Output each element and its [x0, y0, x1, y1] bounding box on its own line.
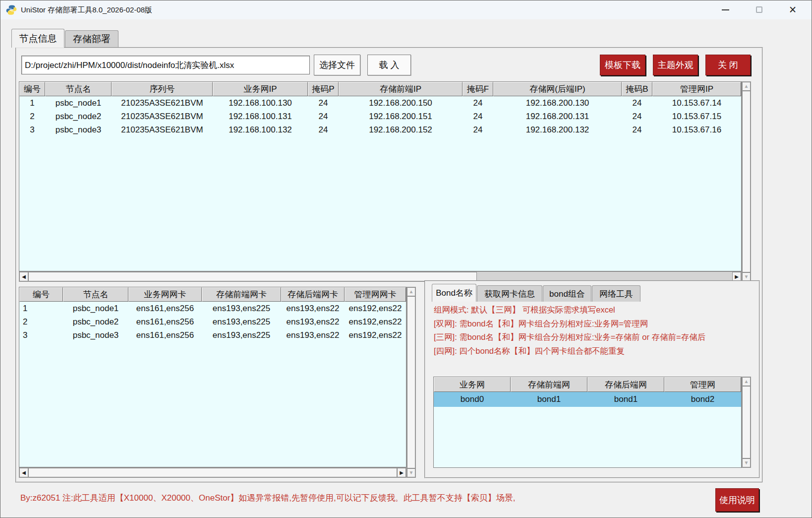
nic-table-cell: 2 — [19, 315, 63, 328]
node-table-cell: 210235A3SE621BVM — [112, 110, 213, 123]
nic-table-cell: ens161,ens256 — [128, 302, 202, 315]
select-file-button[interactable]: 选择文件 — [314, 55, 360, 75]
nic-table-row-3[interactable]: 3psbc_node3ens161,ens256ens193,ens225ens… — [19, 328, 406, 342]
template-download-button[interactable]: 模板下载 — [600, 55, 645, 75]
nic-table-header-1[interactable]: 编号 — [19, 287, 63, 302]
file-path-input[interactable] — [21, 56, 310, 74]
vscroll-thumb[interactable] — [742, 386, 751, 458]
maximize-button[interactable] — [747, 0, 771, 19]
node-table-cell: psbc_node3 — [45, 123, 112, 136]
node-table-cell: 24 — [463, 110, 493, 123]
bond-table-vscrollbar: ▲ ▼ — [742, 377, 751, 468]
nic-table-cell: psbc_node1 — [63, 302, 128, 315]
tab-node-info[interactable]: 节点信息 — [11, 29, 64, 48]
close-window-button[interactable]: × — [781, 0, 805, 19]
node-table-header-1[interactable]: 编号 — [19, 82, 45, 96]
node-table-vscrollbar: ▲ ▼ — [742, 81, 751, 282]
nic-table-row-2[interactable]: 2psbc_node2ens161,ens256ens193,ens225ens… — [19, 315, 406, 328]
node-table-cell: 24 — [308, 123, 339, 136]
tab-get-nic-info[interactable]: 获取网卡信息 — [477, 285, 542, 302]
node-table-cell: 192.168.200.132 — [493, 123, 622, 136]
node-table-cell: 10.153.67.16 — [652, 123, 741, 136]
node-table-row-3[interactable]: 3psbc_node3210235A3SE621BVM192.168.100.1… — [19, 123, 741, 136]
node-table-cell: 192.168.200.151 — [339, 110, 463, 123]
node-table-cell: 24 — [463, 123, 493, 136]
minimize-button[interactable] — [713, 0, 737, 19]
nic-table-header-2[interactable]: 节点名 — [63, 287, 128, 302]
node-table-header-4[interactable]: 业务网IP — [213, 82, 308, 96]
bond-table-header-4[interactable]: 管理网 — [664, 377, 741, 392]
nic-table-header-6[interactable]: 管理网网卡 — [345, 287, 406, 302]
bond-panel: Bond名称 获取网卡信息 bond组合 网络工具 组网模式: 默认【三网】 可… — [424, 280, 760, 478]
scroll-up-button[interactable]: ▲ — [742, 377, 751, 386]
node-table-header-2[interactable]: 节点名 — [45, 82, 112, 96]
close-icon: × — [789, 3, 797, 16]
note-two-net: [双网]: 需bond名【和】网卡组合分别相对应:业务网=管理网 — [434, 317, 705, 331]
nic-table-hscrollbar: ◀ ▶ — [19, 467, 406, 478]
node-table-header-6[interactable]: 存储前端IP — [339, 82, 463, 96]
tab-bond-combo[interactable]: bond组合 — [543, 285, 591, 302]
node-table-cell: 192.168.200.152 — [339, 123, 463, 136]
bond-table-cell: bond1 — [587, 392, 664, 407]
nic-table-header-5[interactable]: 存储后端网卡 — [281, 287, 345, 302]
scroll-right-button[interactable]: ▶ — [397, 468, 406, 477]
load-button[interactable]: 载 入 — [367, 55, 411, 75]
bond-table-cell: bond2 — [664, 392, 741, 407]
nic-table-cell: ens192,ens22 — [345, 315, 406, 328]
theme-appearance-button[interactable]: 主题外观 — [653, 55, 698, 75]
nic-table-row-1[interactable]: 1psbc_node1ens161,ens256ens193,ens225ens… — [19, 302, 406, 315]
vscroll-thumb[interactable] — [407, 296, 415, 468]
nic-table-cell: 3 — [19, 328, 63, 342]
scroll-down-button[interactable]: ▼ — [407, 468, 415, 477]
nic-table-cell: psbc_node3 — [63, 328, 128, 342]
nic-table-header-3[interactable]: 业务网网卡 — [128, 287, 202, 302]
hscroll-thumb[interactable] — [28, 468, 397, 477]
tab-network-tools[interactable]: 网络工具 — [592, 285, 640, 302]
app-window: UniStor 存储部署工具8.0_2026-02-08版 × 节点信息 存储部… — [0, 0, 812, 518]
vscroll-thumb[interactable] — [742, 91, 751, 272]
nic-table-cell: 1 — [19, 302, 63, 315]
bond-table-header-1[interactable]: 业务网 — [434, 377, 511, 392]
scroll-up-button[interactable]: ▲ — [407, 287, 415, 296]
bond-notes: 组网模式: 默认【三网】 可根据实际需求填写excel [双网]: 需bond名… — [434, 303, 705, 358]
node-table-cell: 210235A3SE621BVM — [112, 96, 213, 110]
maximize-icon — [756, 6, 762, 13]
nic-table-header-4[interactable]: 存储前端网卡 — [202, 287, 281, 302]
scroll-left-button[interactable]: ◀ — [19, 468, 28, 477]
node-table-cell: 192.168.100.130 — [213, 96, 308, 110]
nic-table-cell: ens193,ens225 — [202, 315, 281, 328]
bond-table-header-3[interactable]: 存储后端网 — [587, 377, 664, 392]
node-table-header-3[interactable]: 序列号 — [112, 82, 213, 96]
nic-table-vscrollbar: ▲ ▼ — [406, 287, 416, 478]
bond-table-header-2[interactable]: 存储前端网 — [511, 377, 587, 392]
node-table-header-5[interactable]: 掩码P — [308, 82, 339, 96]
nic-table-cell: ens161,ens256 — [128, 328, 202, 342]
hscroll-thumb[interactable] — [28, 272, 477, 281]
usage-help-button[interactable]: 使用说明 — [715, 488, 759, 512]
node-table-header-10[interactable]: 管理网IP — [652, 82, 741, 96]
close-tool-button[interactable]: 关 闭 — [705, 55, 751, 75]
nic-table-cell: ens192,ens22 — [345, 328, 406, 342]
nic-table-cell: ens193,ens225 — [202, 302, 281, 315]
scroll-down-button[interactable]: ▼ — [742, 458, 751, 467]
node-table-cell: 2 — [19, 110, 45, 123]
tab-bond-name[interactable]: Bond名称 — [432, 284, 476, 302]
minimize-icon — [722, 9, 729, 10]
node-table-cell: 3 — [19, 123, 45, 136]
node-table-cell: 24 — [308, 110, 339, 123]
nic-table-header-row: 编号节点名业务网网卡存储前端网卡存储后端网卡管理网网卡 — [19, 287, 406, 302]
node-table-row-2[interactable]: 2psbc_node2210235A3SE621BVM192.168.100.1… — [19, 110, 741, 123]
node-table-cell: 192.168.200.131 — [493, 110, 622, 123]
scroll-left-button[interactable]: ◀ — [19, 272, 28, 281]
nic-table-cell: psbc_node2 — [63, 315, 128, 328]
bond-table-row-1[interactable]: bond0bond1bond1bond2 — [434, 392, 741, 407]
node-table-header-7[interactable]: 掩码F — [463, 82, 493, 96]
node-table-cell: 24 — [622, 110, 652, 123]
scroll-up-button[interactable]: ▲ — [742, 82, 751, 91]
node-table-header-9[interactable]: 掩码B — [622, 82, 652, 96]
tab-storage-deploy[interactable]: 存储部署 — [65, 30, 118, 48]
node-table-header-8[interactable]: 存储网(后端IP) — [493, 82, 622, 96]
node-table-cell: 192.168.200.150 — [339, 96, 463, 110]
nic-table-cell: ens193,ens22 — [281, 302, 345, 315]
node-table-row-1[interactable]: 1psbc_node1210235A3SE621BVM192.168.100.1… — [19, 96, 741, 110]
